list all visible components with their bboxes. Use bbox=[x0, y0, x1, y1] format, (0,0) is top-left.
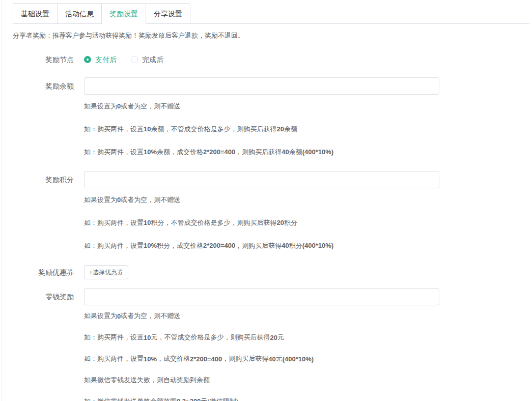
reward-settings-page: 基础设置 活动信息 奖励设置 分享设置 分享者奖励：推荐客户参与活动获得奖励！奖… bbox=[0, 0, 532, 401]
reward-points-row: 奖励积分 bbox=[0, 171, 532, 188]
reward-balance-help: 如果设置为0或者为空，则不赠送 如：购买两件，设置10余额，不管成交价格是多少，… bbox=[84, 95, 532, 163]
tab-basic-settings[interactable]: 基础设置 bbox=[13, 3, 58, 23]
tab-activity-info[interactable]: 活动信息 bbox=[58, 3, 102, 23]
reward-points-input[interactable] bbox=[84, 171, 439, 188]
radio-selected-icon bbox=[84, 56, 91, 63]
reward-points-help: 如果设置为0或者为空，则不赠送 如：购买两件，设置10积分，不管成交价格是多少，… bbox=[84, 188, 532, 257]
tab-share-settings[interactable]: 分享设置 bbox=[146, 3, 190, 23]
reward-coupon-label: 奖励优惠券 bbox=[0, 265, 74, 279]
reward-node-radio-group: 支付后 完成后 bbox=[84, 54, 178, 65]
sharer-reward-description: 分享者奖励：推荐客户参与活动获得奖励！奖励发放后客户退款，奖励不退回。 bbox=[13, 31, 532, 40]
help-line: 如果微信零钱发送失败，则自动奖励到余额 bbox=[84, 369, 532, 391]
radio-after-payment[interactable]: 支付后 bbox=[84, 54, 117, 65]
tab-reward-settings[interactable]: 奖励设置 bbox=[102, 3, 146, 24]
help-line: 如：购买两件，设置10元，不管成交价格是多少，则购买后获得20元 bbox=[84, 327, 532, 348]
reward-node-label: 奖励节点 bbox=[0, 54, 74, 65]
reward-balance-label: 奖励余额 bbox=[0, 77, 74, 95]
help-line: 如果设置为0或者为空，则不赠送 bbox=[84, 188, 532, 211]
change-reward-input[interactable] bbox=[84, 288, 439, 305]
help-line: 如果设置为0或者为空，则不赠送 bbox=[84, 305, 532, 327]
radio-after-completion[interactable]: 完成后 bbox=[131, 54, 163, 65]
reward-balance-row: 奖励余额 bbox=[0, 77, 532, 95]
reward-balance-input[interactable] bbox=[84, 77, 439, 95]
help-line: 如：购买两件，设置10%，成交价格2*200=400，则购买后获得40元(400… bbox=[84, 348, 532, 369]
help-line: 如：购买两件，设置10%积分，成交价格2*200=400，则购买后获得40积分(… bbox=[84, 234, 532, 257]
change-reward-help: 如果设置为0或者为空，则不赠送 如：购买两件，设置10元，不管成交价格是多少，则… bbox=[84, 305, 532, 401]
reward-coupon-row: 奖励优惠券 +选择优惠券 bbox=[0, 265, 532, 279]
radio-unselected-icon bbox=[131, 56, 138, 63]
radio-after-completion-label: 完成后 bbox=[142, 54, 163, 65]
help-line: 如：购买两件，设置10%余额，成交价格2*200=400，则购买后获得40余额(… bbox=[84, 140, 532, 163]
tab-bar: 基础设置 活动信息 奖励设置 分享设置 bbox=[13, 3, 529, 24]
reward-points-label: 奖励积分 bbox=[0, 171, 74, 188]
help-line: 如果设置为0或者为空，则不赠送 bbox=[84, 95, 532, 118]
help-line: 如：购买两件，设置10积分，不管成交价格是多少，则购买后获得20积分 bbox=[84, 211, 532, 234]
change-reward-row: 零钱奖励 bbox=[0, 288, 532, 305]
select-coupon-button[interactable]: +选择优惠券 bbox=[84, 265, 128, 279]
help-line-partial: 如：微信零钱发送单笔金额范围0.3~200元(微信限制) bbox=[84, 391, 532, 401]
help-line: 如：购买两件，设置10余额，不管成交价格是多少，则购买后获得20余额 bbox=[84, 118, 532, 140]
radio-after-payment-label: 支付后 bbox=[95, 54, 117, 65]
change-reward-label: 零钱奖励 bbox=[0, 288, 74, 305]
reward-node-row: 奖励节点 支付后 完成后 bbox=[0, 54, 532, 65]
